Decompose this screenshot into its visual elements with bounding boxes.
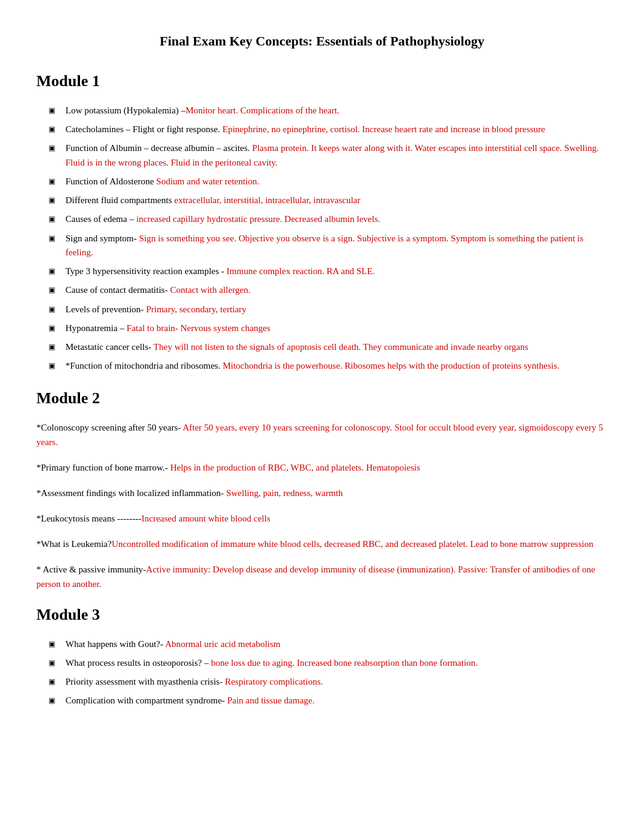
bullet-label: What happens with Gout?- <box>65 639 165 649</box>
module2-item: *Assessment findings with localized infl… <box>36 486 608 500</box>
bullet-answer: Fatal to brain- Nervous system changes <box>127 323 270 333</box>
bullet-icon: ▣ <box>49 176 59 187</box>
bullet-text: Metastatic cancer cells- They will not l… <box>65 340 608 354</box>
bullet-text: Complication with compartment syndrome- … <box>65 694 608 708</box>
bullet-answer: Respiratory complications. <box>225 677 323 686</box>
bullet-label: What process results in osteoporosis? – <box>65 658 211 668</box>
bullet-answer: Abnormal uric acid metabolism <box>165 639 280 649</box>
module2-label: *What is Leukemia? <box>36 539 112 549</box>
module1-list-item: ▣*Function of mitochondria and ribosomes… <box>49 359 608 373</box>
bullet-text: Causes of edema – increased capillary hy… <box>65 212 608 226</box>
bullet-text: Sign and symptom- Sign is something you … <box>65 232 608 260</box>
module2-item: *Leukocytosis means --------Increased am… <box>36 511 608 526</box>
bullet-icon: ▣ <box>49 143 59 154</box>
bullet-answer: extracellular, interstitial, intracellul… <box>174 195 360 205</box>
bullet-answer: Primary, secondary, tertiary <box>146 304 247 314</box>
bullet-answer: Sodium and water retention. <box>156 176 260 186</box>
module1-list-item: ▣Type 3 hypersensitivity reaction exampl… <box>49 264 608 278</box>
bullet-label: *Function of mitochondria and ribosomes. <box>65 361 223 371</box>
bullet-icon: ▣ <box>49 124 59 135</box>
bullet-icon: ▣ <box>49 195 59 206</box>
module2-answer: Increased amount white blood cells <box>141 514 270 523</box>
bullet-label: Type 3 hypersensitivity reaction example… <box>65 266 227 276</box>
bullet-text: What process results in osteoporosis? – … <box>65 656 608 670</box>
bullet-label: Metastatic cancer cells- <box>65 342 153 352</box>
bullet-icon: ▣ <box>49 323 59 334</box>
module2-item: *What is Leukemia?Uncontrolled modificat… <box>36 537 608 551</box>
bullet-label: Sign and symptom- <box>65 233 139 243</box>
bullet-text: Function of Albumin – decrease albumin –… <box>65 141 608 170</box>
module2-content: *Colonoscopy screening after 50 years- A… <box>36 420 608 591</box>
module3-heading: Module 3 <box>36 602 608 628</box>
bullet-text: Catecholamines – Flight or fight respons… <box>65 122 608 136</box>
module1-list-item: ▣Catecholamines – Flight or fight respon… <box>49 122 608 136</box>
bullet-icon: ▣ <box>49 304 59 315</box>
bullet-answer: increased capillary hydrostatic pressure… <box>136 214 380 224</box>
module1-list-item: ▣Function of Albumin – decrease albumin … <box>49 141 608 170</box>
module1-list-item: ▣Sign and symptom- Sign is something you… <box>49 232 608 260</box>
bullet-text: Hyponatremia – Fatal to brain- Nervous s… <box>65 321 608 335</box>
module1-list-item: ▣Causes of edema – increased capillary h… <box>49 212 608 226</box>
bullet-icon: ▣ <box>49 233 59 244</box>
bullet-icon: ▣ <box>49 105 59 116</box>
module2-answer: Uncontrolled modification of immature wh… <box>112 539 593 549</box>
module2-label: *Assessment findings with localized infl… <box>36 488 226 498</box>
bullet-answer: Immune complex reaction. RA and SLE. <box>227 266 375 276</box>
bullet-text: Type 3 hypersensitivity reaction example… <box>65 264 608 278</box>
module1-list-item: ▣Metastatic cancer cells- They will not … <box>49 340 608 354</box>
bullet-label: Different fluid compartments <box>65 195 174 205</box>
module3-list-item: ▣What happens with Gout?- Abnormal uric … <box>49 637 608 651</box>
module3-list-item: ▣What process results in osteoporosis? –… <box>49 656 608 670</box>
bullet-label: Hyponatremia – <box>65 323 127 333</box>
bullet-icon: ▣ <box>49 639 59 650</box>
bullet-icon: ▣ <box>49 341 59 353</box>
module1-list-item: ▣Cause of contact dermatitis- Contact wi… <box>49 283 608 297</box>
module2-item: *Colonoscopy screening after 50 years- A… <box>36 420 608 449</box>
bullet-icon: ▣ <box>49 657 59 669</box>
module2-paragraph: *What is Leukemia?Uncontrolled modificat… <box>36 537 608 551</box>
bullet-text: Priority assessment with myasthenia cris… <box>65 675 608 689</box>
bullet-label: Complication with compartment syndrome- <box>65 696 227 705</box>
bullet-label: Causes of edema – <box>65 214 136 224</box>
module3-list: ▣What happens with Gout?- Abnormal uric … <box>36 637 608 708</box>
bullet-text: *Function of mitochondria and ribosomes.… <box>65 359 608 373</box>
bullet-label: Catecholamines – Flight or fight respons… <box>65 124 223 134</box>
bullet-label: Function of Albumin – decrease albumin –… <box>65 143 252 153</box>
bullet-icon: ▣ <box>49 213 59 225</box>
module2-paragraph: *Assessment findings with localized infl… <box>36 486 608 500</box>
bullet-text: Function of Aldosterone Sodium and water… <box>65 175 608 189</box>
module2-paragraph: * Active & passive immunity-Active immun… <box>36 562 608 591</box>
bullet-label: Priority assessment with myasthenia cris… <box>65 677 225 686</box>
module1-heading: Module 1 <box>36 69 608 94</box>
bullet-label: Cause of contact dermatitis- <box>65 285 170 295</box>
bullet-answer: Epinephrine, no epinephrine, cortisol. I… <box>223 124 545 134</box>
module2-item: *Primary function of bone marrow.- Helps… <box>36 460 608 475</box>
module2-paragraph: *Leukocytosis means --------Increased am… <box>36 511 608 526</box>
bullet-text: What happens with Gout?- Abnormal uric a… <box>65 637 608 651</box>
bullet-text: Different fluid compartments extracellul… <box>65 193 608 207</box>
module2-item: * Active & passive immunity-Active immun… <box>36 562 608 591</box>
module2-label: * Active & passive immunity- <box>36 565 146 574</box>
module2-heading: Module 2 <box>36 386 608 411</box>
bullet-icon: ▣ <box>49 676 59 688</box>
bullet-answer: Contact with allergen. <box>170 285 250 295</box>
bullet-icon: ▣ <box>49 284 59 296</box>
bullet-answer: Monitor heart. Complications of the hear… <box>186 106 340 115</box>
module2-label: *Colonoscopy screening after 50 years- <box>36 423 183 432</box>
bullet-text: Cause of contact dermatitis- Contact wit… <box>65 283 608 297</box>
module1-list-item: ▣Different fluid compartments extracellu… <box>49 193 608 207</box>
module1-list-item: ▣Hyponatremia – Fatal to brain- Nervous … <box>49 321 608 335</box>
module2-label: *Leukocytosis means -------- <box>36 514 141 523</box>
module3-list-item: ▣Priority assessment with myasthenia cri… <box>49 675 608 689</box>
module1-list: ▣Low potassium (Hypokalemia) –Monitor he… <box>36 104 608 374</box>
bullet-label: Levels of prevention- <box>65 304 146 314</box>
bullet-answer: They will not listen to the signals of a… <box>153 342 528 352</box>
module2-paragraph: *Primary function of bone marrow.- Helps… <box>36 460 608 475</box>
module1-list-item: ▣Low potassium (Hypokalemia) –Monitor he… <box>49 104 608 118</box>
module1-list-item: ▣Levels of prevention- Primary, secondar… <box>49 303 608 317</box>
module2-answer: Helps in the production of RBC, WBC, and… <box>170 463 420 472</box>
module2-answer: Swelling, pain, redness, warmth <box>226 488 343 498</box>
bullet-text: Low potassium (Hypokalemia) –Monitor hea… <box>65 104 608 118</box>
bullet-answer: Mitochondria is the powerhouse. Ribosome… <box>223 361 559 371</box>
bullet-text: Levels of prevention- Primary, secondary… <box>65 303 608 317</box>
